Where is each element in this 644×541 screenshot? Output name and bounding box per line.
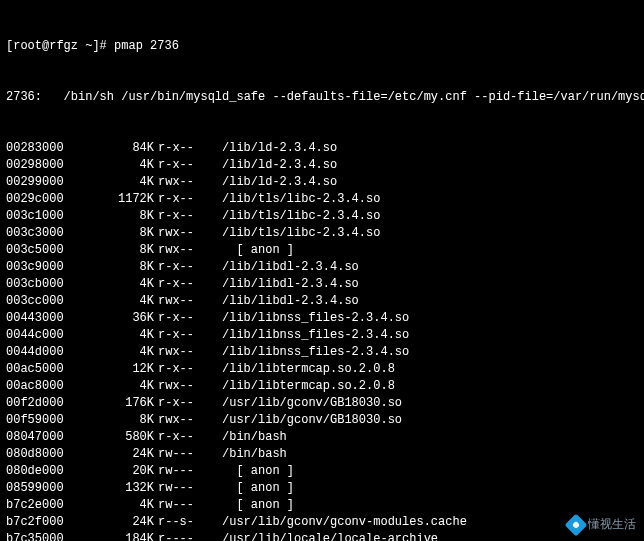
permissions-cell: r-x--: [154, 395, 218, 412]
mapping-cell: /usr/lib/locale/locale-archive: [218, 531, 438, 541]
permissions-cell: rwx--: [154, 412, 218, 429]
permissions-cell: rwx--: [154, 225, 218, 242]
memory-map-row: 0044c0004Kr-x--/lib/libnss_files-2.3.4.s…: [6, 327, 638, 344]
permissions-cell: rwx--: [154, 293, 218, 310]
watermark-text: 懂视生活: [588, 516, 636, 533]
mapping-cell: /lib/libnss_files-2.3.4.so: [218, 344, 409, 361]
mapping-cell: /usr/lib/gconv/GB18030.so: [218, 395, 402, 412]
mapping-cell: /usr/lib/gconv/GB18030.so: [218, 412, 402, 429]
process-header: 2736: /bin/sh /usr/bin/mysqld_safe --def…: [6, 89, 638, 106]
permissions-cell: rwx--: [154, 344, 218, 361]
size-cell: 4K: [84, 293, 154, 310]
memory-map-row: 0044d0004Krwx--/lib/libnss_files-2.3.4.s…: [6, 344, 638, 361]
watermark-icon: [565, 513, 588, 536]
mapping-cell: /lib/libtermcap.so.2.0.8: [218, 361, 395, 378]
mapping-cell: /bin/bash: [218, 429, 287, 446]
permissions-cell: rw---: [154, 463, 218, 480]
memory-map-row: 003c90008Kr-x--/lib/libdl-2.3.4.so: [6, 259, 638, 276]
permissions-cell: rw---: [154, 497, 218, 514]
mapping-cell: /lib/libnss_files-2.3.4.so: [218, 310, 409, 327]
address-cell: 00f2d000: [6, 395, 84, 412]
permissions-cell: rw---: [154, 446, 218, 463]
size-cell: 132K: [84, 480, 154, 497]
size-cell: 8K: [84, 208, 154, 225]
mapping-cell: /lib/libdl-2.3.4.so: [218, 293, 359, 310]
permissions-cell: r-x--: [154, 276, 218, 293]
size-cell: 20K: [84, 463, 154, 480]
mapping-cell: /lib/tls/libc-2.3.4.so: [218, 208, 380, 225]
prompt-line[interactable]: [root@rfgz ~]# pmap 2736: [6, 38, 638, 55]
memory-map-row: 08047000580Kr-x--/bin/bash: [6, 429, 638, 446]
memory-map-row: 002980004Kr-x--/lib/ld-2.3.4.so: [6, 157, 638, 174]
memory-map-row: 003c50008Krwx-- [ anon ]: [6, 242, 638, 259]
permissions-cell: r-x--: [154, 310, 218, 327]
memory-map-row: 080de00020Krw--- [ anon ]: [6, 463, 638, 480]
mapping-cell: /lib/libdl-2.3.4.so: [218, 276, 359, 293]
address-cell: 0044c000: [6, 327, 84, 344]
address-cell: b7c35000: [6, 531, 84, 541]
memory-map-table: 0028300084Kr-x--/lib/ld-2.3.4.so00298000…: [6, 140, 638, 541]
memory-map-row: b7c2e0004Krw--- [ anon ]: [6, 497, 638, 514]
size-cell: 24K: [84, 446, 154, 463]
memory-map-row: 08599000132Krw--- [ anon ]: [6, 480, 638, 497]
permissions-cell: rw---: [154, 480, 218, 497]
address-cell: 00f59000: [6, 412, 84, 429]
size-cell: 580K: [84, 429, 154, 446]
permissions-cell: r-x--: [154, 259, 218, 276]
permissions-cell: r-x--: [154, 361, 218, 378]
size-cell: 184K: [84, 531, 154, 541]
address-cell: 003c5000: [6, 242, 84, 259]
permissions-cell: rwx--: [154, 378, 218, 395]
memory-map-row: 0028300084Kr-x--/lib/ld-2.3.4.so: [6, 140, 638, 157]
mapping-cell: [ anon ]: [218, 480, 294, 497]
size-cell: 8K: [84, 225, 154, 242]
size-cell: 4K: [84, 157, 154, 174]
memory-map-row: 080d800024Krw---/bin/bash: [6, 446, 638, 463]
mapping-cell: /usr/lib/gconv/gconv-modules.cache: [218, 514, 467, 531]
memory-map-row: 003cb0004Kr-x--/lib/libdl-2.3.4.so: [6, 276, 638, 293]
mapping-cell: /lib/ld-2.3.4.so: [218, 140, 337, 157]
memory-map-row: 00ac500012Kr-x--/lib/libtermcap.so.2.0.8: [6, 361, 638, 378]
mapping-cell: /lib/tls/libc-2.3.4.so: [218, 191, 380, 208]
shell-prompt: [root@rfgz ~]#: [6, 39, 114, 53]
address-cell: 00298000: [6, 157, 84, 174]
size-cell: 4K: [84, 327, 154, 344]
address-cell: 08047000: [6, 429, 84, 446]
permissions-cell: r-x--: [154, 140, 218, 157]
address-cell: 08599000: [6, 480, 84, 497]
size-cell: 4K: [84, 378, 154, 395]
permissions-cell: r-x--: [154, 429, 218, 446]
mapping-cell: [ anon ]: [218, 497, 294, 514]
address-cell: 003cb000: [6, 276, 84, 293]
mapping-cell: /bin/bash: [218, 446, 287, 463]
address-cell: 003cc000: [6, 293, 84, 310]
mapping-cell: /lib/ld-2.3.4.so: [218, 174, 337, 191]
address-cell: 080de000: [6, 463, 84, 480]
mapping-cell: /lib/libdl-2.3.4.so: [218, 259, 359, 276]
memory-map-row: b7c2f00024Kr--s-/usr/lib/gconv/gconv-mod…: [6, 514, 638, 531]
terminal-output: [root@rfgz ~]# pmap 2736 2736: /bin/sh /…: [0, 0, 644, 541]
permissions-cell: r-x--: [154, 191, 218, 208]
address-cell: 00283000: [6, 140, 84, 157]
address-cell: 0044d000: [6, 344, 84, 361]
address-cell: 003c9000: [6, 259, 84, 276]
memory-map-row: 00f2d000176Kr-x--/usr/lib/gconv/GB18030.…: [6, 395, 638, 412]
mapping-cell: [ anon ]: [218, 463, 294, 480]
memory-map-row: 00f590008Krwx--/usr/lib/gconv/GB18030.so: [6, 412, 638, 429]
size-cell: 84K: [84, 140, 154, 157]
memory-map-row: 0044300036Kr-x--/lib/libnss_files-2.3.4.…: [6, 310, 638, 327]
size-cell: 36K: [84, 310, 154, 327]
address-cell: 00ac8000: [6, 378, 84, 395]
address-cell: 003c1000: [6, 208, 84, 225]
size-cell: 176K: [84, 395, 154, 412]
address-cell: 00443000: [6, 310, 84, 327]
size-cell: 12K: [84, 361, 154, 378]
address-cell: 080d8000: [6, 446, 84, 463]
permissions-cell: r----: [154, 531, 218, 541]
memory-map-row: 002990004Krwx--/lib/ld-2.3.4.so: [6, 174, 638, 191]
size-cell: 4K: [84, 276, 154, 293]
permissions-cell: rwx--: [154, 174, 218, 191]
size-cell: 24K: [84, 514, 154, 531]
size-cell: 8K: [84, 259, 154, 276]
permissions-cell: r-x--: [154, 157, 218, 174]
